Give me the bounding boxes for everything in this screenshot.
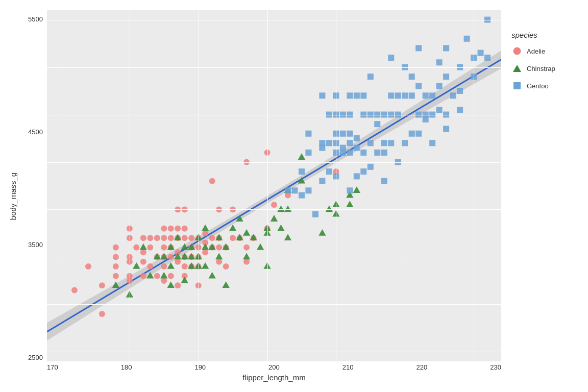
gentoo-point [305, 131, 311, 137]
x-tick-200: 200 [268, 363, 280, 371]
chinstrap-point [346, 201, 353, 207]
gentoo-point [305, 187, 311, 193]
gentoo-point [354, 92, 360, 99]
grid-line-h [47, 20, 501, 20]
chinstrap-point [215, 234, 223, 240]
grid-line-v [61, 10, 61, 361]
gentoo-point [285, 187, 291, 193]
x-axis-label: flipper_length_mm [47, 371, 501, 382]
adelie-point [99, 282, 105, 288]
chinstrap-point [222, 243, 229, 250]
x-tick-170: 170 [47, 363, 58, 371]
adelie-point [182, 263, 188, 270]
chinstrap-icon [512, 64, 522, 73]
grid-line-h [47, 257, 501, 257]
grid-line-v [474, 10, 474, 361]
gentoo-point [409, 92, 415, 99]
adelie-point [251, 235, 257, 241]
chinstrap-point [174, 253, 181, 259]
gentoo-point [368, 164, 374, 170]
gentoo-point [374, 150, 380, 156]
chinstrap-point [326, 205, 333, 212]
gentoo-point [436, 59, 443, 65]
adelie-icon [512, 46, 522, 56]
grid-line-h [47, 209, 501, 210]
chinstrap-point [271, 215, 278, 222]
adelie-point [285, 192, 291, 199]
adelie-point [168, 226, 174, 232]
confidence-band [47, 51, 501, 340]
gentoo-point [415, 83, 422, 89]
adelie-point [113, 244, 119, 251]
adelie-point [202, 249, 208, 255]
chinstrap-point [160, 253, 167, 259]
y-tick-2500: 2500 [28, 354, 43, 361]
chinstrap-point [243, 253, 250, 259]
svg-point-0 [513, 47, 521, 55]
plot-and-x: 170 180 190 200 210 220 230 flipper_leng… [47, 10, 501, 382]
adelie-point [140, 273, 146, 279]
adelie-point [202, 230, 208, 236]
gentoo-point [326, 140, 332, 146]
chinstrap-point [167, 281, 175, 288]
legend-label-chinstrap: Chinstrap [527, 65, 555, 72]
chinstrap-point [188, 253, 195, 259]
adelie-point [113, 273, 119, 279]
gentoo-point [436, 83, 443, 89]
gentoo-point [423, 92, 429, 99]
gentoo-point [354, 135, 360, 141]
chinstrap-point [174, 234, 181, 240]
gentoo-point [360, 150, 366, 156]
gentoo-icon [512, 81, 522, 90]
adelie-point [175, 259, 181, 265]
adelie-point [175, 235, 181, 241]
adelie-point [175, 226, 181, 232]
gentoo-point [381, 150, 387, 156]
adelie-point [188, 235, 194, 241]
gentoo-point [409, 74, 415, 80]
adelie-point [202, 240, 208, 246]
y-tick-5500: 5500 [28, 15, 43, 23]
legend-item-chinstrap: Chinstrap [511, 63, 583, 74]
grid-line-v [199, 10, 199, 361]
adelie-point [271, 202, 277, 208]
chinstrap-point [215, 253, 223, 259]
chinstrap-point [181, 243, 188, 250]
chinstrap-point [202, 262, 209, 269]
x-tick-210: 210 [342, 363, 354, 371]
grid-line-v [267, 10, 268, 361]
chinstrap-point [243, 229, 250, 236]
chinstrap-point [298, 153, 305, 160]
gentoo-point [443, 45, 449, 51]
trend-line [47, 59, 501, 331]
chinstrap-point [202, 225, 209, 231]
adelie-point [147, 244, 153, 251]
gentoo-point [368, 140, 374, 146]
adelie-point [99, 311, 105, 317]
gentoo-point [388, 55, 394, 61]
chinstrap-point [188, 243, 195, 250]
adelie-point [113, 263, 119, 270]
adelie-point [230, 235, 236, 241]
chinstrap-point [167, 262, 175, 269]
adelie-point [237, 235, 243, 241]
legend-symbol-adelie [511, 45, 523, 57]
adelie-point [182, 273, 188, 279]
gentoo-point [319, 145, 325, 151]
adelie-point [216, 235, 222, 241]
legend-symbol-gentoo [511, 80, 523, 91]
grid-line-h [47, 352, 501, 352]
gentoo-point [415, 45, 422, 51]
adelie-point [161, 226, 167, 232]
adelie-point [243, 244, 250, 251]
gentoo-point [429, 92, 435, 99]
chinstrap-point [146, 272, 154, 279]
adelie-point [182, 235, 188, 241]
chinstrap-point [277, 225, 284, 231]
adelie-point [168, 244, 174, 251]
adelie-point [216, 244, 222, 251]
gentoo-point [443, 126, 449, 132]
adelie-point [168, 273, 174, 279]
gentoo-point [360, 92, 366, 99]
x-tick-180: 180 [121, 363, 132, 371]
